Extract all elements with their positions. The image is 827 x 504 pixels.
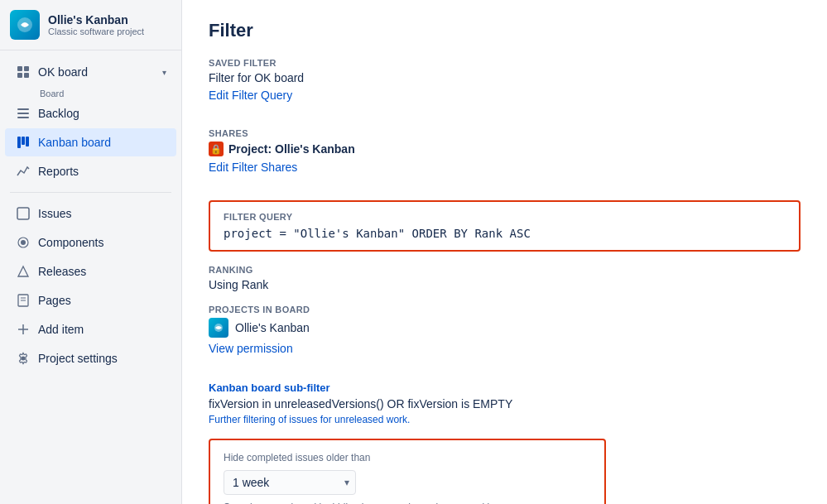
view-permission-link[interactable]: View permission: [209, 342, 293, 355]
project-name: Ollie's Kanban: [48, 13, 144, 27]
hide-issues-box: Hide completed issues older than 1 week …: [209, 439, 606, 504]
kanban-subfilter-section: Kanban board sub-filter fixVersion in un…: [209, 382, 801, 425]
sidebar-item-backlog[interactable]: Backlog: [5, 99, 176, 127]
svg-rect-7: [17, 117, 29, 118]
project-type: Classic software project: [48, 26, 144, 36]
issues-icon: [15, 205, 31, 222]
board-icon: [15, 64, 31, 80]
sidebar: Ollie's Kanban Classic software project …: [0, 0, 182, 504]
sidebar-item-reports-label: Reports: [38, 165, 79, 178]
svg-rect-9: [22, 137, 25, 145]
main-content: Filter Saved Filter Filter for OK board …: [182, 0, 827, 504]
sidebar-item-kanban-board[interactable]: Kanban board: [5, 128, 176, 156]
hide-issues-dropdown[interactable]: 1 week 2 weeks 1 month Never: [224, 470, 356, 495]
ranking-value: Using Rank: [209, 278, 801, 291]
kanban-subfilter-value: fixVersion in unreleasedVersions() OR fi…: [209, 397, 801, 410]
sidebar-item-add-item[interactable]: Add item: [5, 315, 176, 343]
svg-rect-11: [17, 208, 29, 219]
backlog-icon: [15, 105, 31, 122]
edit-filter-query-link[interactable]: Edit Filter Query: [209, 89, 292, 102]
shares-label: Shares: [209, 128, 801, 138]
projects-in-board-label: Projects in board: [209, 305, 801, 314]
sidebar-navigation: OK board ▾ Board Backlog Kanban board: [0, 50, 181, 382]
svg-rect-3: [17, 73, 22, 78]
project-logo: [10, 10, 40, 40]
sidebar-item-components-label: Components: [38, 236, 103, 249]
sidebar-item-reports[interactable]: Reports: [5, 157, 176, 185]
svg-rect-10: [26, 137, 29, 146]
sidebar-item-ok-board[interactable]: OK board ▾: [5, 58, 176, 86]
saved-filter-label: Saved Filter: [209, 58, 801, 68]
shares-section: Shares 🔒 Project: Ollie's Kanban Edit Fi…: [209, 128, 801, 187]
sidebar-item-ok-board-label: OK board: [38, 65, 88, 79]
project-board-icon: [209, 318, 228, 338]
sidebar-top-section: OK board ▾ Board Backlog Kanban board: [0, 58, 181, 185]
hide-issues-label: Hide completed issues older than: [224, 452, 591, 463]
sidebar-item-pages-label: Pages: [38, 294, 71, 307]
board-sub-label: Board: [5, 87, 176, 98]
svg-rect-8: [17, 137, 21, 148]
sidebar-item-issues[interactable]: Issues: [5, 199, 176, 228]
components-icon: [15, 234, 31, 251]
ranking-label: Ranking: [209, 265, 801, 275]
saved-filter-value: Filter for OK board: [209, 71, 801, 84]
add-item-icon: [15, 321, 31, 338]
sidebar-header: Ollie's Kanban Classic software project: [0, 0, 181, 50]
sidebar-item-pages[interactable]: Pages: [5, 286, 176, 314]
svg-rect-4: [24, 73, 29, 78]
kanban-subfilter-hint[interactable]: Further filtering of issues for unreleas…: [209, 414, 801, 425]
dropdown-row: 1 week 2 weeks 1 month Never: [224, 470, 591, 495]
sidebar-item-releases-label: Releases: [38, 265, 86, 278]
ranking-section: Ranking Using Rank: [209, 265, 801, 291]
edit-filter-shares-link[interactable]: Edit Filter Shares: [209, 161, 297, 174]
settings-icon: [15, 350, 31, 367]
shares-prefix: Project: Ollie's Kanban: [228, 142, 355, 156]
sidebar-item-releases[interactable]: Releases: [5, 257, 176, 286]
svg-rect-6: [17, 113, 29, 114]
dropdown-wrapper[interactable]: 1 week 2 weeks 1 month Never: [224, 470, 356, 495]
saved-filter-section: Saved Filter Filter for OK board Edit Fi…: [209, 58, 801, 115]
svg-point-19: [22, 357, 26, 361]
svg-point-12: [21, 240, 26, 245]
pages-icon: [15, 292, 31, 309]
svg-rect-1: [17, 66, 22, 71]
filter-query-box: Filter Query project = "Ollie's Kanban" …: [209, 200, 801, 252]
sidebar-item-add-item-label: Add item: [38, 323, 84, 336]
sidebar-item-project-settings-label: Project settings: [38, 352, 118, 365]
kanban-subfilter-label: Kanban board sub-filter: [209, 382, 801, 394]
project-row: Ollie's Kanban: [209, 318, 801, 338]
page-title: Filter: [209, 20, 801, 41]
filter-query-value: project = "Ollie's Kanban" ORDER BY Rank…: [224, 227, 786, 240]
chevron-down-icon: ▾: [162, 68, 166, 77]
project-title-block: Ollie's Kanban Classic software project: [48, 13, 144, 37]
reports-icon: [15, 163, 31, 180]
sidebar-item-kanban-label: Kanban board: [38, 136, 111, 149]
sidebar-bottom-section: Issues Components Releases Pages: [0, 199, 181, 372]
sidebar-item-backlog-label: Backlog: [38, 107, 79, 120]
sidebar-item-components[interactable]: Components: [5, 228, 176, 257]
projects-in-board-section: Projects in board Ollie's Kanban View pe…: [209, 305, 801, 368]
sidebar-divider: [10, 192, 171, 193]
project-board-name: Ollie's Kanban: [235, 321, 310, 334]
sidebar-item-issues-label: Issues: [38, 207, 71, 220]
svg-rect-2: [24, 66, 29, 71]
releases-icon: [15, 263, 31, 280]
kanban-icon: [15, 134, 31, 151]
filter-query-section-label: Filter Query: [224, 212, 786, 222]
shares-row: 🔒 Project: Ollie's Kanban: [209, 142, 801, 156]
svg-rect-5: [17, 108, 29, 110]
sidebar-item-project-settings[interactable]: Project settings: [5, 344, 176, 372]
lock-icon: 🔒: [209, 142, 224, 156]
